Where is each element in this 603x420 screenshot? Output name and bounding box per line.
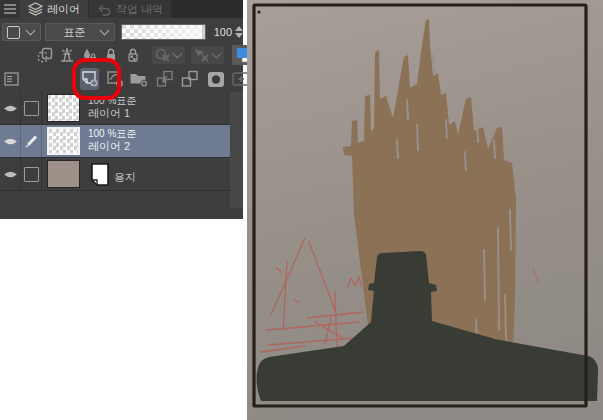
hamburger-icon <box>4 4 16 14</box>
tab-layers-label: 레이어 <box>47 2 80 17</box>
visibility-toggle[interactable] <box>0 92 21 124</box>
pencil-icon <box>24 134 38 148</box>
paper-thumbnail[interactable] <box>47 160 80 188</box>
opacity-stepper[interactable] <box>235 26 243 38</box>
painting <box>247 0 603 420</box>
lock-row <box>0 45 243 65</box>
eye-icon <box>3 103 18 114</box>
layer-actions-row <box>0 66 243 92</box>
layer-row-1[interactable]: 100 %표준 레이어 1 <box>0 92 230 125</box>
opacity-value: 100 <box>210 26 232 38</box>
checkbox-icon <box>24 167 39 182</box>
layer-mask-icon <box>207 71 225 88</box>
spin-down-icon[interactable] <box>235 33 243 38</box>
layer-mask-button[interactable] <box>206 71 226 88</box>
layer-name: 용지 <box>114 170 136 186</box>
eye-icon <box>3 169 18 180</box>
opacity-gradient <box>122 25 205 39</box>
opacity-slider[interactable] <box>121 24 206 40</box>
reference-layer-icon <box>59 47 75 63</box>
opacity-slider-handle[interactable] <box>202 25 205 39</box>
layers-icon <box>28 2 43 17</box>
visibility-toggle[interactable] <box>0 158 21 190</box>
transfer-to-below-icon <box>156 70 174 88</box>
merge-with-below-button[interactable] <box>180 70 200 88</box>
eye-icon <box>3 136 18 147</box>
panel-tab-bar: 레이어 작업 내역 <box>0 0 243 18</box>
draft-layer-button[interactable] <box>191 46 224 64</box>
paper-icon <box>90 163 110 186</box>
panel-menu-button[interactable] <box>0 0 20 18</box>
lock-transparent-pixels-button[interactable] <box>80 47 98 63</box>
paper-info: 용지 <box>90 158 136 190</box>
enable-mask-button[interactable] <box>124 47 142 63</box>
layer-row-2-selected[interactable]: 100 %표준 레이어 2 <box>0 125 230 158</box>
palette-color-dropdown[interactable] <box>2 23 41 41</box>
palette-color-swatch <box>7 26 20 39</box>
edit-target-cell[interactable] <box>21 125 42 157</box>
lock-layer-button[interactable] <box>102 47 120 63</box>
enable-mask-icon <box>125 47 141 63</box>
spin-up-icon[interactable] <box>235 26 243 31</box>
blend-opacity-row: 표준 100 <box>0 22 243 42</box>
tab-history-label: 작업 내역 <box>116 2 163 17</box>
clip-to-layer-below-button[interactable] <box>36 47 54 63</box>
blend-mode-value: 표준 <box>50 25 99 40</box>
visibility-toggle[interactable] <box>0 125 21 157</box>
layer-thumbnail[interactable] <box>47 127 80 155</box>
edit-target-cell[interactable] <box>21 92 42 124</box>
ink-speck <box>257 10 260 13</box>
tab-history[interactable]: 작업 내역 <box>89 0 171 18</box>
new-folder-button[interactable] <box>128 70 149 88</box>
transfer-to-below-button[interactable] <box>155 70 175 88</box>
tab-layers[interactable]: 레이어 <box>20 0 88 18</box>
new-vector-layer-button[interactable] <box>105 70 124 88</box>
merge-with-below-icon <box>181 70 199 88</box>
undo-history-icon <box>97 3 112 16</box>
ruler-range-icon <box>154 47 172 63</box>
lock-layer-icon <box>103 47 119 63</box>
clip-to-layer-below-icon <box>37 47 53 63</box>
lock-transparent-pixels-icon <box>81 47 97 63</box>
layer-info: 100 %표준 레이어 1 <box>88 92 136 124</box>
canvas-viewport[interactable] <box>247 0 603 420</box>
chevron-down-icon <box>173 49 183 59</box>
layer-name: 레이어 1 <box>88 107 136 121</box>
layer-meta-text: 100 %표준 <box>88 128 136 141</box>
new-raster-layer-icon <box>80 70 99 88</box>
ruler-range-button[interactable] <box>152 46 185 64</box>
checkbox-icon <box>24 101 39 116</box>
layer-name: 레이어 2 <box>88 140 136 154</box>
new-folder-icon <box>129 70 149 88</box>
layer-panel: 레이어 작업 내역 표준 100 <box>0 0 243 219</box>
layer-list: 100 %표준 레이어 1 100 %표준 레이어 2 <box>0 92 230 219</box>
draft-layer-icon <box>193 47 211 63</box>
layer-row-paper[interactable]: 용지 <box>0 158 230 191</box>
layer-info: 100 %표준 레이어 2 <box>88 125 136 157</box>
chevron-down-icon <box>25 26 35 36</box>
list-view-icon <box>4 72 19 86</box>
list-view-button[interactable] <box>3 72 19 86</box>
chevron-down-icon <box>100 26 110 36</box>
layer-meta-text: 100 %표준 <box>88 95 136 108</box>
chevron-down-icon <box>212 49 222 59</box>
reference-layer-button[interactable] <box>58 47 76 63</box>
new-vector-layer-icon <box>106 70 124 88</box>
new-raster-layer-button[interactable] <box>80 68 99 90</box>
layer-thumbnail[interactable] <box>47 94 80 122</box>
blend-mode-select[interactable]: 표준 <box>45 23 115 41</box>
layer-list-scrollbar[interactable] <box>230 92 243 208</box>
edit-target-cell[interactable] <box>21 158 42 190</box>
